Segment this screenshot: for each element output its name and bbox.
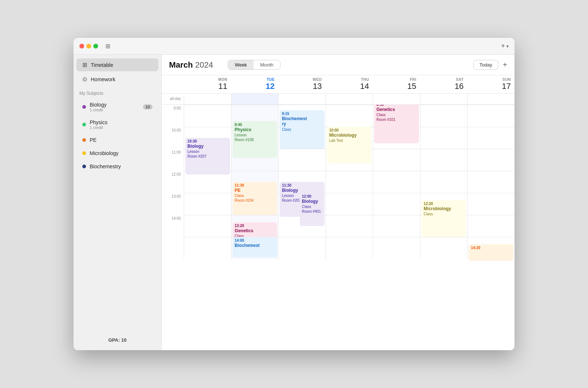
minimize-button[interactable] (86, 44, 91, 48)
day-header-mon: MON 11 (184, 75, 231, 93)
physics-name: Physics (90, 119, 153, 125)
app-window: ⊞ + ▾ ⊞ Timetable ⊙ Homework My Subjects… (74, 38, 514, 350)
titlebar: ⊞ + ▾ (74, 38, 514, 55)
col-sat: 12:20 Microbiology Class (420, 105, 467, 259)
content-area: ⊞ Timetable ⊙ Homework My Subjects Biolo… (74, 55, 514, 350)
day-headers: MON 11 TUE 12 WED 13 THU 14 FRI 15 (162, 75, 514, 94)
biochemestry-info: Biochemestry (90, 164, 153, 169)
sidebar-toggle[interactable]: ⊞ (105, 43, 110, 50)
time-1300: 13:00 (162, 193, 184, 215)
col-mon: 10:30 Biology LessonRoom #207 (184, 105, 231, 259)
physics-info: Physics 1 credit (90, 119, 153, 130)
biology-info: Biology 1 credit (90, 102, 143, 112)
timetable-label: Timetable (91, 62, 113, 68)
subject-item-biology[interactable]: Biology 1 credit 10 (76, 99, 158, 115)
pe-dot (82, 138, 86, 142)
event-mon-biology[interactable]: 10:30 Biology LessonRoom #207 (185, 138, 230, 175)
allday-row: all-day (162, 94, 514, 105)
biology-badge: 10 (143, 104, 153, 109)
subject-item-biochemestry[interactable]: Biochemestry (76, 161, 158, 172)
calendar-title: March 2024 (169, 60, 213, 70)
add-icon: + (501, 42, 505, 50)
event-tue-pe[interactable]: 11:30 PE ClassRoom #204 (233, 182, 277, 215)
event-sat-microbiology[interactable]: 12:20 Microbiology Class (422, 200, 466, 237)
event-tue-biochemest[interactable]: 14:00 Biochemest (233, 237, 277, 257)
time-labels: 9:00 10:00 11:00 12:00 13:00 14:00 (162, 105, 184, 259)
biology-name: Biology (90, 102, 143, 108)
sidebar: ⊞ Timetable ⊙ Homework My Subjects Biolo… (74, 55, 162, 350)
allday-sun (467, 94, 514, 104)
time-grid: 9:00 10:00 11:00 12:00 13:00 14:00 (162, 105, 514, 350)
add-menu[interactable]: + ▾ (501, 42, 509, 50)
timetable-icon: ⊞ (82, 61, 87, 68)
cal-header-right: Today + (473, 60, 507, 70)
day-header-sun: SUN 17 (467, 75, 514, 93)
today-button[interactable]: Today (473, 60, 499, 70)
col-fri: 8:50 Genetics ClassRoom #101 (373, 105, 420, 259)
event-tue-physics[interactable]: 9:45 Physics LessonRoom #108 (233, 121, 277, 158)
subject-item-pe[interactable]: PE (76, 134, 158, 146)
subject-item-physics[interactable]: Physics 1 credit (76, 116, 158, 133)
allday-sat (420, 94, 467, 104)
allday-thu (326, 94, 373, 104)
pe-info: PE (90, 137, 153, 143)
event-sun-partial[interactable]: 14:20 (469, 244, 513, 261)
allday-tue (231, 94, 279, 104)
gpa-label: GPA: 10 (74, 333, 161, 347)
time-900: 9:00 (162, 105, 184, 127)
biochemestry-dot (82, 165, 86, 168)
time-1000: 10:00 (162, 127, 184, 149)
col-wed: 9:15 Biochemestry Class 11:30 Biology Le… (278, 105, 326, 259)
col-sun: 14:20 (467, 105, 514, 259)
biology-credit: 1 credit (90, 108, 143, 112)
subject-item-microbiology[interactable]: Microbiology (76, 147, 158, 159)
chevron-down-icon: ▾ (506, 44, 509, 49)
event-wed-biochemestry[interactable]: 9:15 Biochemestry Class (280, 110, 325, 149)
day-header-fri: FRI 15 (373, 75, 420, 93)
time-1100: 11:00 (162, 149, 184, 171)
homework-icon: ⊙ (82, 76, 87, 83)
microbiology-name: Microbiology (90, 150, 153, 156)
allday-mon (184, 94, 231, 104)
microbiology-info: Microbiology (90, 150, 153, 156)
event-fri-genetics[interactable]: 8:50 Genetics ClassRoom #101 (374, 105, 419, 143)
view-toggle: Week Month (228, 60, 280, 70)
day-header-thu: THU 14 (326, 75, 373, 93)
physics-credit: 1 credit (90, 125, 153, 130)
week-view-btn[interactable]: Week (228, 60, 254, 69)
sidebar-icon: ⊞ (105, 43, 110, 50)
microbiology-dot (82, 151, 86, 155)
pe-name: PE (90, 137, 153, 143)
physics-dot (82, 123, 86, 126)
day-header-wed: WED 13 (278, 75, 326, 93)
col-thu: 10:00 Microbiology Lab Test (326, 105, 373, 259)
time-1200: 12:00 (162, 171, 184, 193)
add-event-button[interactable]: + (503, 61, 507, 69)
time-1400: 14:00 (162, 215, 184, 237)
allday-wed (278, 94, 326, 104)
maximize-button[interactable] (93, 44, 98, 48)
calendar-main: March 2024 Week Month Today + MON 11 (162, 55, 514, 350)
homework-label: Homework (91, 76, 115, 82)
day-header-tue: TUE 12 (231, 75, 279, 93)
sidebar-item-timetable[interactable]: ⊞ Timetable (76, 58, 158, 71)
close-button[interactable] (79, 44, 84, 48)
col-tue: 9:45 Physics LessonRoom #108 11:30 PE Cl… (231, 105, 279, 259)
event-wed-biology2[interactable]: 12:00 Biology ClassRoom #401 (300, 193, 325, 226)
event-thu-microbiology[interactable]: 10:00 Microbiology Lab Test (327, 127, 372, 164)
allday-fri (373, 94, 420, 104)
month-view-btn[interactable]: Month (254, 60, 280, 69)
biology-dot (82, 105, 86, 109)
my-subjects-header: My Subjects (74, 86, 161, 98)
sidebar-item-homework[interactable]: ⊙ Homework (76, 73, 158, 86)
allday-label: all-day (162, 94, 184, 104)
traffic-lights (79, 44, 98, 48)
calendar-header: March 2024 Week Month Today + (162, 55, 514, 75)
biochemestry-name: Biochemestry (90, 164, 153, 169)
day-header-sat: SAT 16 (420, 75, 467, 93)
